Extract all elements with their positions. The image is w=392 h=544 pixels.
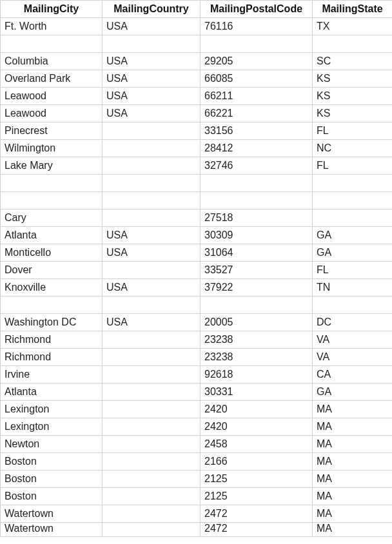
cell-country[interactable]	[103, 140, 201, 157]
cell-country[interactable]	[103, 157, 201, 175]
cell-state[interactable]: CA	[313, 366, 393, 384]
cell-city[interactable]: Atlanta	[1, 227, 103, 244]
cell-state[interactable]: FL	[313, 122, 393, 140]
cell-postal[interactable]	[201, 296, 313, 314]
cell-state[interactable]: MA	[313, 505, 393, 523]
cell-state[interactable]: MA	[313, 471, 393, 488]
cell-country[interactable]	[103, 436, 201, 453]
col-header-postal[interactable]: MailingPostalCode	[201, 1, 313, 18]
cell-city[interactable]: Overland Park	[1, 70, 103, 88]
col-header-city[interactable]: MailingCity	[1, 1, 103, 18]
cell-state[interactable]: MA	[313, 523, 393, 537]
cell-postal[interactable]: 2420	[201, 401, 313, 418]
cell-country[interactable]	[103, 331, 201, 349]
cell-state[interactable]: KS	[313, 105, 393, 122]
cell-postal[interactable]: 76116	[201, 18, 313, 35]
cell-postal[interactable]: 66221	[201, 105, 313, 122]
cell-state[interactable]	[313, 175, 393, 192]
cell-state[interactable]: GA	[313, 244, 393, 262]
cell-postal[interactable]: 20005	[201, 314, 313, 331]
cell-country[interactable]	[103, 175, 201, 192]
cell-country[interactable]	[103, 296, 201, 314]
cell-postal[interactable]: 31064	[201, 244, 313, 262]
cell-postal[interactable]: 23238	[201, 331, 313, 349]
cell-city[interactable]	[1, 35, 103, 53]
cell-postal[interactable]: 30331	[201, 384, 313, 401]
cell-city[interactable]: Atlanta	[1, 384, 103, 401]
cell-state[interactable]: NC	[313, 140, 393, 157]
cell-state[interactable]: MA	[313, 488, 393, 505]
cell-city[interactable]	[1, 192, 103, 209]
cell-state[interactable]: KS	[313, 70, 393, 88]
cell-state[interactable]: KS	[313, 88, 393, 105]
cell-state[interactable]: TX	[313, 18, 393, 35]
cell-state[interactable]: DC	[313, 314, 393, 331]
cell-country[interactable]: USA	[103, 53, 201, 70]
cell-city[interactable]: Boston	[1, 488, 103, 505]
cell-country[interactable]: USA	[103, 18, 201, 35]
cell-postal[interactable]: 33156	[201, 122, 313, 140]
cell-city[interactable]: Boston	[1, 453, 103, 471]
cell-city[interactable]: Richmond	[1, 331, 103, 349]
cell-postal[interactable]: 66211	[201, 88, 313, 105]
cell-country[interactable]	[103, 418, 201, 436]
cell-postal[interactable]	[201, 35, 313, 53]
cell-state[interactable]	[313, 296, 393, 314]
cell-postal[interactable]: 32746	[201, 157, 313, 175]
cell-state[interactable]	[313, 209, 393, 227]
cell-country[interactable]	[103, 471, 201, 488]
cell-city[interactable]: Lake Mary	[1, 157, 103, 175]
cell-country[interactable]	[103, 366, 201, 384]
cell-postal[interactable]: 2458	[201, 436, 313, 453]
cell-state[interactable]: VA	[313, 349, 393, 366]
cell-country[interactable]: USA	[103, 70, 201, 88]
cell-city[interactable]: Knoxville	[1, 279, 103, 296]
cell-city[interactable]: Newton	[1, 436, 103, 453]
cell-city[interactable]: Irvine	[1, 366, 103, 384]
cell-country[interactable]	[103, 384, 201, 401]
cell-country[interactable]	[103, 209, 201, 227]
cell-country[interactable]: USA	[103, 314, 201, 331]
cell-country[interactable]	[103, 349, 201, 366]
cell-state[interactable]: FL	[313, 157, 393, 175]
cell-country[interactable]	[103, 122, 201, 140]
cell-state[interactable]	[313, 192, 393, 209]
cell-postal[interactable]: 2472	[201, 505, 313, 523]
cell-city[interactable]: Pinecrest	[1, 122, 103, 140]
cell-postal[interactable]: 29205	[201, 53, 313, 70]
cell-city[interactable]: Dover	[1, 262, 103, 279]
cell-city[interactable]	[1, 175, 103, 192]
cell-postal[interactable]: 30309	[201, 227, 313, 244]
cell-city[interactable]: Wilmington	[1, 140, 103, 157]
cell-country[interactable]	[103, 453, 201, 471]
cell-postal[interactable]: 2125	[201, 471, 313, 488]
cell-postal[interactable]: 23238	[201, 349, 313, 366]
cell-state[interactable]: GA	[313, 227, 393, 244]
cell-city[interactable]: Columbia	[1, 53, 103, 70]
cell-postal[interactable]: 92618	[201, 366, 313, 384]
cell-state[interactable]: SC	[313, 53, 393, 70]
cell-city[interactable]: Watertown	[1, 523, 103, 537]
cell-state[interactable]	[313, 35, 393, 53]
cell-city[interactable]: Monticello	[1, 244, 103, 262]
cell-postal[interactable]: 27518	[201, 209, 313, 227]
cell-city[interactable]: Watertown	[1, 505, 103, 523]
cell-city[interactable]: Ft. Worth	[1, 18, 103, 35]
cell-country[interactable]	[103, 523, 201, 537]
cell-country[interactable]	[103, 401, 201, 418]
cell-city[interactable]: Washington DC	[1, 314, 103, 331]
cell-postal[interactable]	[201, 175, 313, 192]
cell-country[interactable]	[103, 505, 201, 523]
cell-state[interactable]: VA	[313, 331, 393, 349]
cell-city[interactable]: Boston	[1, 471, 103, 488]
cell-city[interactable]: Lexington	[1, 401, 103, 418]
col-header-country[interactable]: MailingCountry	[103, 1, 201, 18]
cell-state[interactable]: GA	[313, 384, 393, 401]
cell-country[interactable]	[103, 192, 201, 209]
cell-state[interactable]: TN	[313, 279, 393, 296]
cell-city[interactable]: Lexington	[1, 418, 103, 436]
cell-country[interactable]: USA	[103, 105, 201, 122]
cell-postal[interactable]: 33527	[201, 262, 313, 279]
cell-country[interactable]: USA	[103, 227, 201, 244]
cell-country[interactable]	[103, 35, 201, 53]
